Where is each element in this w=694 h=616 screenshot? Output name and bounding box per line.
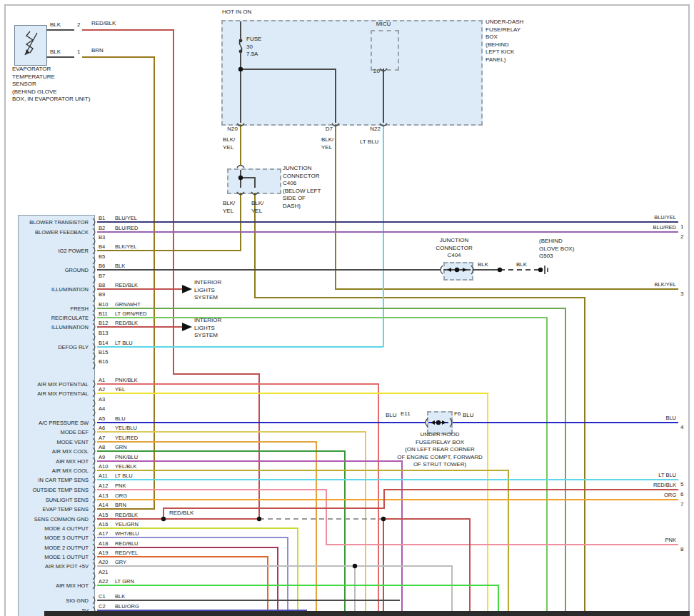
pin-wire-label-a1: PNK/BLK (115, 377, 138, 383)
exit-wire-label-7: ORG (621, 492, 676, 498)
sensor-pin-1: 1 (77, 49, 80, 56)
sens-common-gnd-wire-label: RED/BLK (169, 510, 193, 517)
exit-number-1: 1 (680, 223, 683, 230)
pin-id-a18: A18 (99, 540, 108, 547)
sensor-pin-2: 2 (77, 21, 80, 29)
pin-id-b9: B9 (99, 291, 105, 298)
terminal-bracket-icon (441, 266, 443, 274)
junction-dot (238, 176, 243, 180)
row-label-b10: FRESH (21, 306, 89, 312)
pin-wire-label-a13: ORG (115, 493, 127, 499)
row-label-b6: GROUND (21, 267, 89, 273)
c406-caption: JUNCTION CONNECTOR C406 (BELOW LEFT SIDE… (283, 165, 321, 210)
pin-bracket-icon (93, 295, 95, 302)
pin-id-a1: A1 (99, 377, 105, 383)
underdash-box-caption: UNDER-DASH FUSE/RELAY BOX (BEHIND LEFT K… (486, 19, 523, 64)
row-label-a16: MODE 4 OUTPUT (21, 525, 89, 532)
c406-out2-wire-label: BLK/ YEL (251, 200, 263, 215)
row-label-a14: EVAP TEMP SENS (21, 506, 89, 513)
micu-pin-label: 20 (370, 68, 380, 76)
arrow-icon (442, 420, 446, 425)
wire-pnk_blu (97, 461, 402, 612)
pin-wire-label-b8: RED/BLK (115, 282, 138, 288)
pin-wire-label-a17: WHT/BLU (115, 530, 139, 537)
row-label-b1: BLOWER TRANSISTOR (21, 219, 89, 226)
row-label-b14: DEFOG RLY (21, 344, 89, 350)
row-label-a5: A/C PRESSURE SW (21, 420, 89, 426)
exit-number-6: 6 (680, 491, 683, 498)
junction-dot (538, 268, 543, 272)
pin-id-b14: B14 (99, 340, 108, 346)
exit-number-8: 8 (680, 546, 683, 552)
pin-wire-label-b6: BLK (115, 263, 125, 269)
g503-ground-caption: (BEHIND GLOVE BOX) G503 (539, 238, 574, 261)
pin-wire-label-a6: YEL/BLU (115, 425, 137, 431)
pin-wire-label-a7: YEL/RED (115, 435, 138, 441)
arrow-icon (182, 323, 192, 331)
pin-bracket-icon (93, 467, 95, 474)
d7-wire-label: BLK/ YEL (321, 136, 333, 151)
pin-bracket-icon (93, 505, 95, 513)
pin-wire-label-b10: GRN/WHT (115, 301, 141, 308)
row-label-a8: AIR MIX COOL (21, 448, 89, 455)
pin-id-a19: A19 (99, 550, 108, 556)
pin-id-a4: A4 (99, 405, 105, 412)
exit-number-4: 4 (680, 424, 683, 430)
pin-id-a7: A7 (99, 435, 105, 441)
row-label-a7: MODE VENT (21, 439, 89, 445)
pin-bracket-icon (93, 276, 95, 283)
pin-id-a8: A8 (99, 444, 105, 450)
pin-bracket-icon (93, 305, 95, 312)
pin-id-b6: B6 (99, 263, 105, 269)
pin-wire-label-a11: LT BLU (115, 473, 133, 479)
row-label-a19: MODE 1 OUTPUT (21, 554, 89, 560)
pin-id-a10: A10 (99, 463, 108, 470)
junction-dot (161, 517, 166, 521)
pin-bracket-icon (93, 515, 95, 522)
junction-dot (353, 564, 357, 568)
pin-id-b3: B3 (99, 234, 105, 241)
wire-red_blk (164, 490, 678, 519)
interior-lights-system-label-2: INTERIOR LIGHTS SYSTEM (194, 317, 221, 340)
wire-yel (97, 393, 488, 612)
row-label-b11: RECIRCULATE (21, 315, 89, 321)
pin-wire-label-a12: PNK (115, 483, 126, 489)
pin-bracket-icon (93, 458, 95, 465)
pin-id-b15: B15 (99, 349, 108, 355)
pin-id-b7: B7 (99, 273, 105, 279)
pin-bracket-icon (93, 553, 95, 560)
pin-id-b5: B5 (99, 253, 105, 260)
c404-blk-label-2: BLK (516, 261, 527, 269)
pin-wire-label-c2: BLU/ORG (115, 603, 139, 610)
wire-red_blk (82, 30, 259, 519)
exit-number-7: 7 (680, 501, 683, 508)
pin-wire-label-a22: LT GRN (115, 578, 134, 585)
sensor-wire-brn-label: BRN (91, 47, 104, 55)
pin-id-a6: A6 (99, 425, 105, 431)
micu-label: MICU (371, 21, 396, 29)
pin-bracket-icon (93, 266, 95, 273)
row-label-a13: SUNLIGHT SENS (21, 497, 89, 503)
terminal-bracket-icon (450, 418, 452, 427)
junction-dot (257, 517, 261, 521)
wire-pnk (97, 490, 678, 545)
pin-bracket-icon (93, 476, 95, 483)
pin-bracket-icon (93, 286, 95, 293)
terminal-bracket-icon (471, 266, 473, 274)
pin-bracket-icon (93, 314, 95, 321)
exit-wire-label-1: BLU/YEL (621, 214, 676, 221)
pin-id-a12: A12 (99, 483, 108, 489)
ground-icon (545, 266, 548, 274)
pin-id-a21: A21 (99, 569, 108, 575)
pin-bracket-icon (93, 343, 95, 350)
row-label-a2: AIR MIX POTENTIAL (21, 390, 89, 397)
pin-bracket-icon (93, 333, 95, 340)
pin-wire-label-a2: YEL (115, 386, 125, 393)
arrow-icon (182, 285, 192, 293)
row-label-a17: MODE 3 OUTPUT (21, 535, 89, 541)
pin-wire-label-b2: BLU/RED (115, 225, 139, 231)
pin-bracket-icon (93, 486, 95, 493)
bottom-crop-bar (44, 611, 690, 616)
pin-bracket-icon (93, 572, 95, 580)
pin-bracket-icon (93, 228, 95, 236)
